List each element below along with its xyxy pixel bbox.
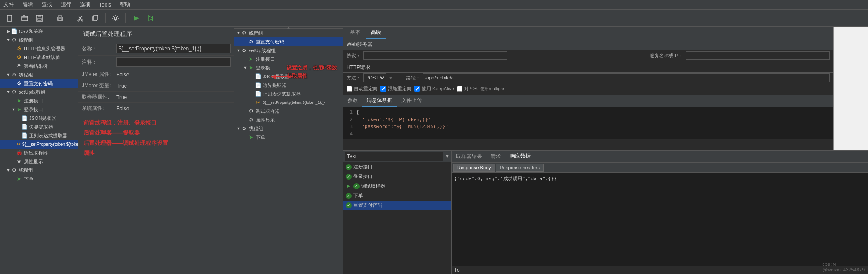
response-body-tab[interactable]: Response Body — [453, 164, 495, 172]
gear-icon: ⚙ — [10, 37, 17, 43]
tree-item-attr-display[interactable]: 👁 属性显示 — [0, 157, 78, 166]
path-input[interactable] — [423, 73, 830, 82]
dropdown-arrow-icon[interactable]: ▼ — [445, 154, 449, 158]
scissors-icon: ✂ — [17, 141, 21, 147]
response-headers-tab[interactable]: Response headers — [496, 164, 544, 172]
bug-icon: ⚙ — [248, 108, 254, 114]
server-input[interactable] — [686, 51, 830, 60]
tree-item-csv[interactable]: ▶ 📄 CSV和关联 — [0, 27, 78, 36]
text-select-input[interactable] — [345, 152, 443, 161]
run-start-button[interactable] — [129, 12, 142, 25]
list-item-reset-pwd[interactable]: ✓ 重置支付密码 — [343, 201, 451, 210]
tree-item-http-default[interactable]: ⚙ HTTP请求默认值 — [0, 53, 78, 62]
tab-advanced[interactable]: 高级 — [366, 27, 386, 39]
center-tree-register[interactable]: ➤ 注册接口 — [234, 55, 343, 63]
copy-button[interactable] — [89, 12, 102, 25]
tree-item-debug-sampler[interactable]: 🐞 调试取样器 — [0, 149, 78, 157]
checkbox-multipart-input[interactable] — [457, 86, 462, 92]
prop-jmeter-var-label: JMeter 变量: — [82, 82, 116, 89]
protocol-input[interactable] — [363, 51, 507, 60]
annotation-box: 前置线程组：注册、登录接口 后置处理器——提取器 后置处理器——调试处理程序设置… — [78, 114, 234, 274]
tree-item-reset-pwd[interactable]: ⚙ 重置支付密码 — [0, 79, 78, 88]
menu-tools[interactable]: Tools — [97, 1, 113, 9]
tab-params[interactable]: 参数 — [343, 95, 362, 107]
checkbox-keepalive-input[interactable] — [414, 86, 420, 92]
tree-arrow: ▼ — [6, 38, 10, 42]
scissors-icon: ✂ — [254, 99, 261, 106]
center-tree-threadgroup1[interactable]: ▼ ⚙ 线程组 — [234, 29, 343, 37]
arrow-icon: ➤ — [248, 65, 254, 71]
menu-help[interactable]: 帮助 — [118, 0, 132, 9]
arrow-icon: ➤ — [248, 56, 254, 62]
center-tree-reset-pwd[interactable]: ⚙ 重置支付密码 — [234, 37, 343, 46]
open-button[interactable] — [18, 12, 31, 25]
list-item-debug[interactable]: ✓ 调试取样器 — [343, 182, 451, 191]
run-stop-button[interactable] — [144, 12, 157, 25]
tree-item-threadgroup3[interactable]: ▼ ⚙ 线程组 — [0, 166, 78, 175]
tree-item-json-extractor[interactable]: 📄 JSON提取器 — [0, 114, 78, 122]
list-label: 调试取样器 — [361, 183, 385, 189]
center-tree-regex[interactable]: 📄 正则表达式提取器 — [234, 89, 343, 98]
code-line-2: 2 "token":"${__P(token,)}" — [346, 116, 831, 124]
checkbox-keepalive[interactable]: 使用 KeepAlive — [414, 86, 454, 92]
tab-response-data[interactable]: 响应数据 — [505, 151, 535, 162]
tree-item-order[interactable]: ➤ 下单 — [0, 175, 78, 183]
menu-run[interactable]: 运行 — [59, 0, 73, 9]
center-tree-debug[interactable]: ⚙ 调试取样器 — [234, 107, 343, 116]
tree-item-setup-threadgroup[interactable]: ▼ ⚙ setUp线程组 — [0, 88, 78, 96]
list-item-register[interactable]: ✓ 注册接口 — [343, 162, 451, 172]
arrow-icon: ➤ — [16, 176, 23, 182]
center-tree-setup[interactable]: ▼ ⚙ setUp线程组 — [234, 46, 343, 55]
tree-label: 重置支付密码 — [24, 80, 53, 87]
line-num: 3 — [346, 123, 353, 131]
print-button[interactable] — [53, 12, 66, 25]
code-area: 1 { 2 "token":"${__P(token,)}" 3 "passwo… — [343, 107, 833, 139]
line-num: 2 — [346, 116, 353, 124]
cut-button[interactable] — [74, 12, 87, 25]
file-icon: 📄 — [254, 73, 261, 79]
checkbox-auto-redirect[interactable]: 自动重定向 — [347, 86, 378, 92]
checkbox-auto-redirect-input[interactable] — [347, 86, 352, 92]
tree-item-login[interactable]: ▼ ➤ 登录接口 — [0, 105, 78, 114]
method-select[interactable]: POST GET — [363, 73, 386, 82]
tree-item-result-tree[interactable]: 👁 察看结果树 — [0, 62, 78, 70]
list-item-order[interactable]: ✓ 下单 — [343, 191, 451, 201]
tab-sampler-result[interactable]: 取样器结果 — [452, 151, 486, 162]
menu-options[interactable]: 选项 — [78, 0, 92, 9]
checkbox-follow-redirect[interactable]: 跟随重定向 — [380, 86, 412, 92]
menu-edit[interactable]: 编辑 — [21, 0, 35, 9]
prop-jmeter-attr-value: False — [116, 72, 231, 78]
tab-file-upload[interactable]: 文件上传 — [397, 95, 426, 107]
center-tree-attr-display[interactable]: ⚙ 属性显示 — [234, 116, 343, 124]
center-tree-order[interactable]: ➤ 下单 — [234, 133, 343, 142]
menu-file[interactable]: 文件 — [2, 0, 16, 9]
settings-button[interactable] — [109, 12, 122, 25]
tree-item-set-property[interactable]: ✂ ${__setProperty(token,${token_1},)} — [0, 140, 78, 149]
separator-4 — [125, 13, 126, 23]
tree-item-register[interactable]: ➤ 注册接口 — [0, 96, 78, 105]
prop-name-input[interactable] — [116, 44, 231, 53]
tree-item-regex-extractor[interactable]: 📄 正则表达式提取器 — [0, 131, 78, 140]
tab-basic[interactable]: 基本 — [345, 27, 366, 39]
eye-icon: ⚙ — [248, 117, 254, 123]
tab-body-data[interactable]: 消息体数据 — [362, 95, 397, 107]
tree-item-boundary-extractor[interactable]: 📄 边界提取器 — [0, 122, 78, 131]
new-button[interactable] — [3, 12, 17, 25]
save-button[interactable] — [33, 12, 46, 25]
tree-label: setUp线程组 — [249, 47, 276, 54]
svg-rect-8 — [58, 19, 62, 20]
tab-request[interactable]: 请求 — [486, 151, 505, 162]
tree-item-threadgroup2[interactable]: ▼ ⚙ 线程组 — [0, 70, 78, 79]
tree-label: 正则表达式提取器 — [263, 91, 301, 97]
checkbox-follow-redirect-input[interactable] — [380, 86, 386, 92]
center-tree-setprop[interactable]: ✂ ${__setProperty(token,${token_1},)} — [234, 98, 343, 107]
list-item-login[interactable]: ✓ 登录接口 — [343, 172, 451, 182]
center-tree-threadgroup3[interactable]: ▼ ⚙ 线程组 — [234, 124, 343, 133]
tree-label: 登录接口 — [256, 65, 275, 71]
checkbox-multipart[interactable]: 对POST使用multipart — [457, 86, 506, 92]
tree-item-http-header[interactable]: ⚙ HTTP信息头管理器 — [0, 44, 78, 53]
menu-find[interactable]: 查找 — [40, 0, 54, 9]
tree-item-threadgroup1[interactable]: ▼ ⚙ 线程组 — [0, 36, 78, 44]
prop-comment-input[interactable] — [116, 57, 231, 67]
tree-arrow: ▼ — [6, 168, 10, 172]
